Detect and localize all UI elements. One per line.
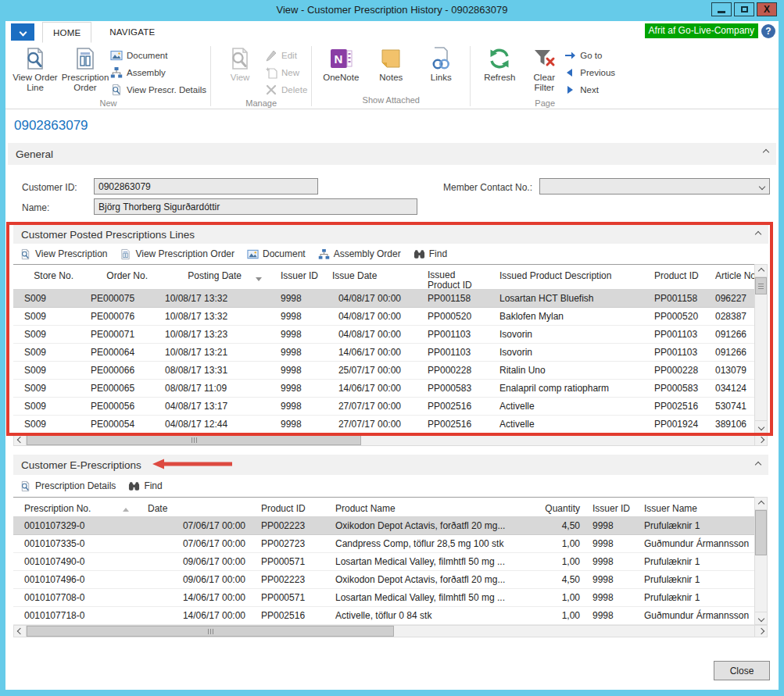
onenote-button[interactable]: OneNote <box>316 44 366 83</box>
tab-navigate[interactable]: NAVIGATE <box>99 22 165 43</box>
view-prescription-order-button[interactable]: View Prescription Order <box>120 248 234 260</box>
column-header[interactable]: Store No. <box>13 265 80 289</box>
table-cell <box>248 416 270 433</box>
table-row[interactable]: S009 PE000076 10/08/17 13:32 9998 04/08/… <box>13 308 754 326</box>
table-cell: 9998 <box>586 517 633 534</box>
scroll-thumb[interactable] <box>755 510 767 555</box>
maximize-button[interactable] <box>734 2 754 16</box>
view-order-line-button[interactable]: View Order Line <box>10 44 60 92</box>
scroll-thumb[interactable] <box>27 626 394 637</box>
scroll-up-arrow[interactable] <box>754 497 768 510</box>
name-field[interactable]: Björg Thorberg Sigurðardóttir <box>94 198 417 215</box>
scroll-track[interactable] <box>27 625 754 637</box>
notes-button[interactable]: Notes <box>366 44 416 83</box>
scroll-down-arrow[interactable] <box>754 612 768 625</box>
table-cell: S009 <box>13 290 80 307</box>
refresh-button[interactable]: Refresh <box>474 44 524 83</box>
e-prescriptions-header[interactable]: Customer E-Prescriptions <box>13 455 768 475</box>
table-row[interactable]: S009 PE000066 08/08/17 13:31 9998 25/07/… <box>13 362 754 380</box>
column-header[interactable]: Date <box>137 498 250 516</box>
goto-button[interactable]: Go to <box>564 47 615 64</box>
table-cell: PP000520 <box>643 308 704 325</box>
table-cell: 27/07/17 00:00 <box>321 398 417 415</box>
column-header[interactable]: Issued Product ID <box>417 265 489 289</box>
scroll-track[interactable] <box>754 510 768 612</box>
table-cell: Losartan Medical Valley, filmhtfl 50 mg … <box>324 589 532 606</box>
view-prescr-details-button[interactable]: View Prescr. Details <box>110 81 206 98</box>
next-button[interactable]: Next <box>564 81 615 98</box>
tab-home[interactable]: HOME <box>42 22 91 43</box>
application-menu-button[interactable] <box>11 23 34 41</box>
table-cell: PP001103 <box>417 326 489 343</box>
column-header[interactable]: Product Name <box>324 498 532 516</box>
table-row[interactable]: S009 PE000064 10/08/17 13:21 9998 14/06/… <box>13 344 754 362</box>
general-fasttab-header[interactable]: General <box>8 143 776 165</box>
collapse-chevron-icon[interactable] <box>755 462 761 468</box>
column-header[interactable]: Issuer ID <box>586 498 633 516</box>
posted-prescriptions-header[interactable]: Customer Posted Prescriptions Lines <box>13 225 768 244</box>
table-row[interactable]: S009 PE000056 04/08/17 13:17 9998 27/07/… <box>13 398 754 416</box>
collapse-chevron-icon[interactable] <box>755 231 761 237</box>
links-button[interactable]: Links <box>416 44 466 83</box>
scroll-thumb[interactable] <box>755 277 767 294</box>
assembly-button[interactable]: Assembly <box>110 64 206 81</box>
table-row[interactable]: 0010107335-0 07/06/17 00:00 PP002723 Can… <box>13 535 754 553</box>
posted-horizontal-scrollbar[interactable] <box>13 434 768 446</box>
clear-filter-button[interactable]: Clear Filter <box>524 44 564 92</box>
e-prescriptions-vertical-scrollbar[interactable] <box>754 497 768 625</box>
table-row[interactable]: S009 PE000054 04/08/17 12:44 9998 27/07/… <box>13 416 754 434</box>
table-cell: 14/06/17 00:00 <box>137 607 250 624</box>
find-button[interactable]: Find <box>128 480 162 492</box>
table-row[interactable]: 0010107490-0 09/06/17 00:00 PP000571 Los… <box>13 553 754 571</box>
column-header[interactable]: Product ID <box>643 265 704 289</box>
table-row[interactable]: 0010107708-0 14/06/17 00:00 PP000571 Los… <box>13 589 754 607</box>
customer-id-field[interactable]: 0902863079 <box>94 178 318 195</box>
prescription-details-button[interactable]: Prescription Details <box>20 480 116 492</box>
table-row[interactable]: S009 PE000071 10/08/17 13:23 9998 04/08/… <box>13 326 754 344</box>
column-header[interactable]: Issued Product Description <box>489 265 643 289</box>
scroll-up-arrow[interactable] <box>754 264 768 277</box>
chevron-down-icon[interactable] <box>759 184 765 190</box>
scroll-left-arrow[interactable] <box>13 625 27 637</box>
collapse-chevron-icon[interactable] <box>763 149 769 155</box>
assembly-order-button[interactable]: Assembly Order <box>318 248 401 260</box>
table-row[interactable]: 0010107718-0 14/06/17 00:00 PP002516 Act… <box>13 607 754 625</box>
table-row[interactable]: 0010107329-0 07/06/17 00:00 PP002223 Oxi… <box>13 517 754 535</box>
document-button[interactable]: Document <box>247 248 306 260</box>
scroll-right-arrow[interactable] <box>754 434 768 446</box>
table-cell: 0010107335-0 <box>13 535 115 552</box>
table-row[interactable]: 0010107496-0 09/06/17 00:00 PP002223 Oxi… <box>13 571 754 589</box>
table-cell: 9998 <box>586 535 633 552</box>
column-header[interactable]: Posting Date <box>154 265 248 289</box>
column-header[interactable]: Issuer Name <box>633 498 754 516</box>
scroll-down-arrow[interactable] <box>754 420 768 434</box>
document-button[interactable]: Document <box>110 47 206 64</box>
minimize-button[interactable] <box>711 2 732 16</box>
close-button[interactable]: Close <box>714 661 770 680</box>
close-window-button[interactable]: X <box>757 2 777 16</box>
column-header[interactable]: Order No. <box>80 265 154 289</box>
posted-vertical-scrollbar[interactable] <box>754 264 768 434</box>
table-cell: 9998 <box>270 398 321 415</box>
previous-button[interactable]: Previous <box>564 64 615 81</box>
find-button[interactable]: Find <box>413 248 447 260</box>
column-header[interactable]: Quantity <box>532 498 586 516</box>
scroll-thumb[interactable] <box>27 434 361 445</box>
table-row[interactable]: S009 PE000065 08/08/17 11:09 9998 14/06/… <box>13 380 754 398</box>
prescription-order-button[interactable]: Prescription Order <box>60 44 110 92</box>
scroll-right-arrow[interactable] <box>754 625 768 637</box>
table-cell: 09/06/17 00:00 <box>137 571 250 588</box>
scroll-track[interactable] <box>754 277 768 420</box>
e-prescriptions-horizontal-scrollbar[interactable] <box>13 625 768 637</box>
column-header[interactable]: Article No. <box>704 265 754 289</box>
scroll-left-arrow[interactable] <box>13 434 27 446</box>
column-header[interactable]: Product ID <box>250 498 324 516</box>
help-icon[interactable]: ? <box>761 24 775 38</box>
member-contact-combobox[interactable] <box>539 178 770 195</box>
column-header[interactable]: Issue Date <box>321 265 417 289</box>
table-row[interactable]: S009 PE000075 10/08/17 13:32 9998 04/08/… <box>13 290 754 308</box>
column-header[interactable]: Prescription No. <box>13 498 115 516</box>
column-header[interactable]: Issuer ID <box>270 265 321 289</box>
scroll-track[interactable] <box>27 434 754 446</box>
view-prescription-button[interactable]: View Prescription <box>20 248 107 260</box>
